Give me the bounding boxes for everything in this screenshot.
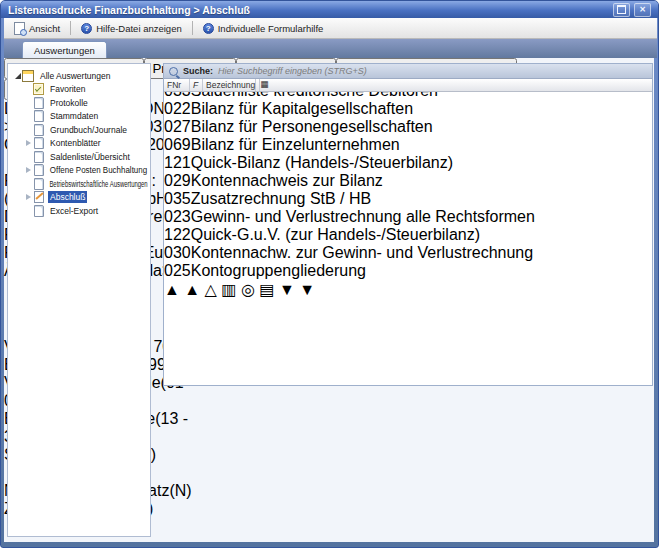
table-row[interactable]: 035Zusatzrechnung StB / HB <box>164 190 652 208</box>
grid-rows: 032Saldenliste debitorische Kreditoren03… <box>164 64 652 280</box>
column-header-f[interactable]: F <box>190 79 203 91</box>
table-row[interactable]: 023Gewinn- und Verlustrechnung alle Rech… <box>164 208 652 226</box>
table-row[interactable]: 069Bilanz für Einzelunternehmen <box>164 136 652 154</box>
expander-closed-icon[interactable] <box>24 167 33 173</box>
window-title: Listenausdrucke Finanzbuchhaltung > Absc… <box>8 4 613 16</box>
toolbar-item-formularhilfe[interactable]: ? Individuelle Formularhilfe <box>197 21 330 36</box>
cell-bezeichnung: Quick-G.u.V. (zur Handels-/Steuerbilanz) <box>191 226 480 243</box>
cell-fnr: 025 <box>164 262 191 279</box>
help-icon: ? <box>203 23 214 34</box>
tree-item[interactable]: Excel-Export <box>8 204 150 218</box>
tree-item-label: Stammdaten <box>48 110 100 122</box>
expander-closed-icon[interactable] <box>24 140 33 146</box>
close-icon: ✕ <box>639 6 646 14</box>
split-view-icon[interactable]: ▥ <box>221 281 236 298</box>
tree-item[interactable]: Abschluß <box>8 191 150 205</box>
table-row[interactable]: 122Quick-G.u.V. (zur Handels-/Steuerbila… <box>164 226 652 244</box>
tree-root-label: Alle Auswertungen <box>38 70 112 82</box>
restore-button[interactable] <box>613 3 630 17</box>
cell-bezeichnung: Zusatzrechnung StB / HB <box>191 190 372 207</box>
expander-open-icon[interactable] <box>13 73 22 79</box>
tree-item-label: Grundbuch/Journale <box>48 124 129 136</box>
search-icon <box>169 67 178 76</box>
tree-item[interactable]: Offene Posten Buchhaltung <box>8 164 150 178</box>
restore-icon <box>617 5 626 14</box>
cell-fnr: 121 <box>164 154 191 171</box>
close-button[interactable]: ✕ <box>634 3 651 17</box>
cell-bezeichnung: Quick-Bilanz (Handels-/Steuerbilanz) <box>191 154 453 171</box>
tree-item-label: Favoriten <box>48 83 87 95</box>
tree-item-label: Betriebswirtschaftliche Auswertungen <box>48 178 149 190</box>
tree-item[interactable]: Kontenblätter <box>8 137 150 151</box>
document-icon <box>33 137 44 149</box>
grid-side-toolbar: ▲ ▲ △ ▥ ◎ ▤ ▼ ▼ <box>164 280 652 299</box>
tree-item[interactable]: Grundbuch/Journale <box>8 123 150 137</box>
cell-fnr: 035 <box>164 190 191 207</box>
tree-item[interactable]: Stammdaten <box>8 110 150 124</box>
zoom-icon[interactable]: ◎ <box>241 281 255 298</box>
toolbar: Ansicht ? Hilfe-Datei anzeigen ? Individ… <box>4 18 657 39</box>
search-label: Suche: <box>183 66 213 76</box>
scroll-first-icon[interactable]: ▲ <box>164 281 180 298</box>
navigation-tree: Alle Auswertungen FavoritenProtokolleSta… <box>7 63 151 537</box>
cell-bezeichnung: Bilanz für Einzelunternehmen <box>191 136 400 153</box>
search-placeholder: Hier Suchbegriff eingeben (STRG+S) <box>218 66 367 76</box>
toolbar-label: Individuelle Formularhilfe <box>218 23 324 34</box>
toolbar-separator <box>70 21 71 35</box>
tree-item-label: Abschluß <box>48 191 87 203</box>
document-icon <box>33 164 44 176</box>
parameter-value: (N) <box>169 482 191 499</box>
tree-item[interactable]: Saldenliste/Übersicht <box>8 150 150 164</box>
scroll-up-icon[interactable]: ▲ <box>184 281 200 298</box>
toolbar-item-hilfe-datei[interactable]: ? Hilfe-Datei anzeigen <box>75 21 188 36</box>
column-select-icon[interactable]: ▦ <box>260 79 268 91</box>
cell-bezeichnung: Gewinn- und Verlustrechnung alle Rechtsf… <box>191 208 535 225</box>
document-icon <box>33 124 44 136</box>
toolbar-separator <box>192 21 193 35</box>
column-header-fnr[interactable]: FNr <box>164 79 190 91</box>
cell-bezeichnung: Bilanz für Personengesellschaften <box>191 118 433 135</box>
document-icon <box>33 178 44 190</box>
table-row[interactable]: 025Kontogruppengliederung <box>164 262 652 280</box>
cell-fnr: 027 <box>164 118 191 135</box>
column-header-bezeichnung[interactable]: Bezeichnung <box>203 79 256 91</box>
report-icon <box>33 191 44 203</box>
tab-auswertungen[interactable]: Auswertungen <box>22 41 107 58</box>
app-window: Listenausdrucke Finanzbuchhaltung > Absc… <box>0 0 659 548</box>
content-area: Alle Auswertungen FavoritenProtokolleSta… <box>4 58 654 542</box>
tree-item-label: Offene Posten Buchhaltung <box>48 164 149 176</box>
tree-item[interactable]: Protokolle <box>8 96 150 110</box>
document-icon <box>33 97 44 109</box>
toolbar-label: Ansicht <box>29 23 60 34</box>
search-bar[interactable]: Suche: Hier Suchbegriff eingeben (STRG+S… <box>164 64 652 79</box>
cell-fnr: 122 <box>164 226 191 243</box>
triangle-icon <box>26 140 31 146</box>
cell-fnr: 022 <box>164 100 191 117</box>
tree-item-label: Kontenblätter <box>48 137 103 149</box>
favorites-icon <box>33 83 44 95</box>
table-row[interactable]: 029Kontennachweis zur Bilanz <box>164 172 652 190</box>
scroll-down-icon[interactable]: ▼ <box>279 281 295 298</box>
document-icon <box>33 151 44 163</box>
tree-item[interactable]: Favoriten <box>8 83 150 97</box>
report-list-grid: Suche: Hier Suchbegriff eingeben (STRG+S… <box>163 63 653 386</box>
tree-item[interactable]: Betriebswirtschaftliche Auswertungen <box>8 177 150 191</box>
grid-header: FNr F Bezeichnung ▦ <box>164 79 652 92</box>
tree-item-label: Excel-Export <box>48 205 100 217</box>
document-icon <box>33 205 44 217</box>
help-icon: ? <box>81 23 92 34</box>
scroll-page-up-icon[interactable]: △ <box>205 281 217 298</box>
table-row[interactable]: 027Bilanz für Personengesellschaften <box>164 118 652 136</box>
table-row[interactable]: 030Kontennachw. zur Gewinn- und Verlustr… <box>164 244 652 262</box>
cell-bezeichnung: Bilanz für Kapitalgesellschaften <box>191 100 413 117</box>
expander-closed-icon[interactable] <box>24 194 33 200</box>
scroll-last-icon[interactable]: ▼ <box>299 281 315 298</box>
cell-fnr: 030 <box>164 244 191 261</box>
tree-root-alle-auswertungen[interactable]: Alle Auswertungen <box>8 69 150 83</box>
tab-strip: Auswertungen <box>4 39 657 58</box>
sum-icon[interactable]: ▤ <box>259 281 274 298</box>
table-row[interactable]: 121Quick-Bilanz (Handels-/Steuerbilanz) <box>164 154 652 172</box>
toolbar-item-ansicht[interactable]: Ansicht <box>8 20 66 37</box>
toolbar-label: Hilfe-Datei anzeigen <box>96 23 182 34</box>
table-row[interactable]: 022Bilanz für Kapitalgesellschaften <box>164 100 652 118</box>
